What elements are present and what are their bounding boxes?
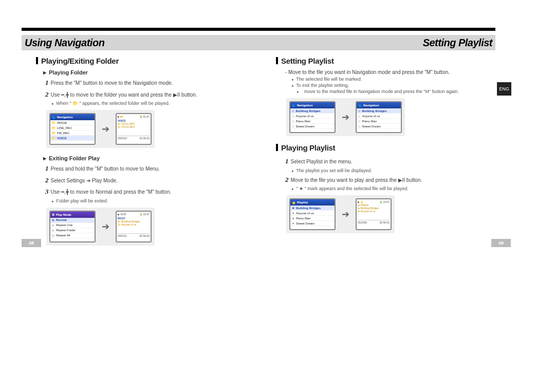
bullet-1: When " 📁 " appears, the selected folder …: [51, 101, 255, 106]
rstep-2: 2Move to the file you want to play and p…: [285, 175, 495, 185]
page-number-right: 49: [491, 239, 511, 247]
sub-exiting-folder: Exiting Folder Play: [43, 155, 255, 161]
device-playmode: ⚙Play Mode ↻Normal ↻Repeat One ↻Repeat F…: [46, 208, 155, 246]
step-4: 2Select Settings ➔ Play Mode.: [45, 175, 255, 185]
left-column: Playing/Exiting Folder Playing Folder 1P…: [36, 57, 255, 371]
arrow-icon: ➔: [342, 209, 349, 220]
language-tab: ENG: [497, 82, 511, 96]
bullet-r4: " ★ " mark appears and the selected file…: [291, 186, 495, 191]
header: Using Navigation Setting Playlist: [22, 35, 495, 50]
bullet-r2b: ●move to the marked file in Navigation m…: [297, 89, 495, 94]
header-left: Using Navigation: [25, 37, 104, 49]
content: Playing/Exiting Folder Playing Folder 1P…: [36, 57, 495, 371]
bullet-2: Folder play will be exited.: [51, 198, 255, 203]
dash-instruction: - Move to the file you want in Navigatio…: [285, 69, 495, 75]
top-bar: [22, 28, 495, 31]
device-setplaylist: 🔵Navigation ♫Building Bridges ♫Anyone of…: [286, 98, 405, 136]
step-3: 1Press and hold the "M" button to move t…: [45, 163, 255, 174]
sub-playing-folder: Playing Folder: [43, 69, 255, 76]
screen-sp-right: 🔵Navigation ♫Building Bridges ♫Anyone of…: [356, 101, 402, 133]
screen-pl-right: ▶ ⭐🔋 10:07 ★ Playlist ★ Building Bridges…: [356, 198, 392, 230]
screen-nav-right: ▶ 📂🔋 01:07 VOICE 📁 VOO1.MP3 📁 VOO2.MP3 0…: [116, 113, 152, 145]
header-right: Setting Playlist: [423, 37, 492, 49]
bullet-r2: To exit the playlist setting,: [291, 83, 495, 88]
screen-sp-left: 🔵Navigation ♫Building Bridges ♫Anyone of…: [289, 101, 336, 133]
screen-pl-left: ⭐Playlist ★Building Bridges ★Anyone of u…: [289, 198, 336, 230]
bullet-r3: The playlist you set will be displayed.: [291, 168, 495, 173]
bullet-r1: The selected file will be marked.: [291, 77, 495, 82]
step-1: 1Press the "M" button to move to the Nav…: [45, 78, 255, 88]
device-nav-folder: 🔵Navigation 📁IMAGE 📁LINE_REC 📁FM_REC 📁VO…: [46, 110, 155, 148]
screen-pm-left: ⚙Play Mode ↻Normal ↻Repeat One ↻Repeat F…: [49, 211, 96, 242]
screen-nav-left: 🔵Navigation 📁IMAGE 📁LINE_REC 📁FM_REC 📁VO…: [49, 113, 96, 145]
arrow-icon: ➔: [102, 221, 109, 232]
arrow-icon: ➔: [102, 123, 109, 135]
step-2: 2Use ━,╋ to move to the folder you want …: [45, 89, 255, 100]
step-5: 3Use ━,╋ to move to Normal and press the…: [45, 186, 255, 197]
device-playlist: ⭐Playlist ★Building Bridges ★Anyone of u…: [286, 195, 395, 233]
section-setting-playlist: Setting Playlist: [276, 57, 495, 65]
rstep-1: 1Select Playlist in the menu.: [285, 156, 495, 166]
right-column: Setting Playlist - Move to the file you …: [276, 57, 495, 371]
section-playing-playlist: Playing Playlist: [276, 143, 495, 152]
section-playing-exiting: Playing/Exiting Folder: [36, 57, 255, 65]
arrow-icon: ➔: [342, 111, 349, 123]
screen-pm-right: ▶ NOR🔋 10:07 ROOT 📁 Building Bridges 📁 A…: [116, 211, 152, 242]
page-number-left: 48: [22, 239, 41, 247]
